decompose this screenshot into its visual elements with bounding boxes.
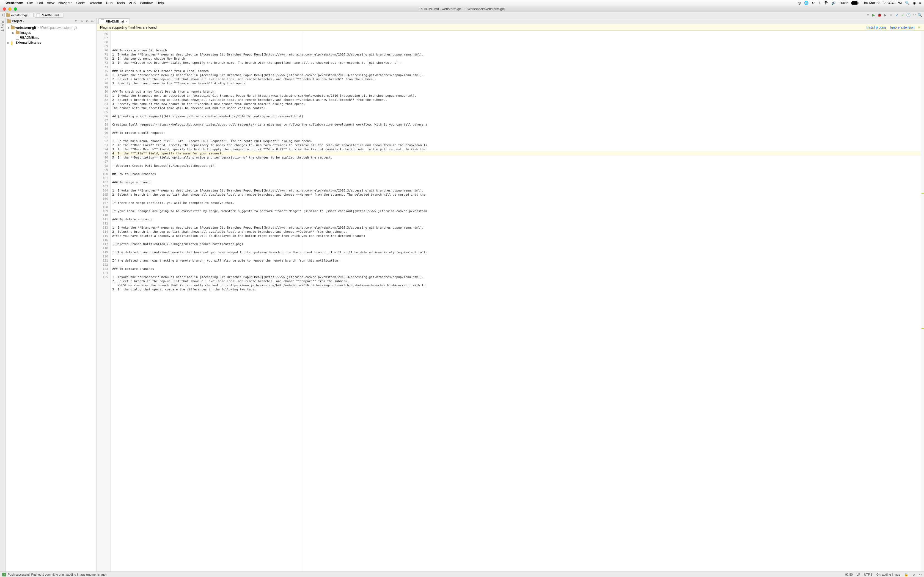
project-title: Project (12, 19, 22, 23)
folder-icon (11, 26, 15, 29)
project-root-node[interactable]: ▼ webstorm-git ~/Workspace/webstorm-git (6, 25, 96, 30)
menu-window[interactable]: Window (140, 1, 153, 5)
window-close-button[interactable] (3, 7, 6, 11)
vcs-revert-button[interactable]: ↶ (912, 13, 917, 18)
svg-rect-3 (858, 2, 859, 3)
error-stripe[interactable] (921, 31, 924, 572)
vcs-commit-button[interactable]: ✓ (900, 13, 905, 18)
wifi-icon[interactable] (824, 2, 828, 5)
battery-icon[interactable] (851, 2, 859, 5)
stop-button[interactable]: ■ (888, 13, 893, 18)
collapse-all-icon[interactable]: ⇲ (79, 19, 84, 23)
tree-file-readme[interactable]: README.md (6, 35, 96, 40)
tray-icon[interactable]: ↻ (812, 1, 815, 5)
run-config-dropdown[interactable]: ▾ (866, 13, 871, 18)
coverage-button[interactable]: ▶ (883, 13, 888, 18)
menu-file[interactable]: File (27, 1, 33, 5)
tree-path: ~/Workspace/webstorm-git (38, 26, 77, 30)
line-separator[interactable]: LF (857, 573, 860, 576)
menu-view[interactable]: View (47, 1, 55, 5)
push-success-icon[interactable]: ↗ (2, 572, 6, 577)
notification-text: Plugins supporting *.md files are found (100, 26, 157, 29)
file-icon (16, 36, 19, 40)
vcs-history-button[interactable]: 🕓 (906, 13, 911, 18)
expand-toggle-icon[interactable]: ▼ (7, 26, 10, 29)
search-everywhere-icon[interactable]: 🔍 (918, 13, 922, 18)
window-minimize-button[interactable] (8, 7, 11, 11)
expand-toggle-icon[interactable]: ▶ (7, 41, 10, 44)
notification-center-icon[interactable]: ≡ (919, 1, 921, 5)
debug-button[interactable]: 🐞 (877, 13, 882, 18)
tab-readme[interactable]: README.md × (99, 18, 130, 24)
menu-refactor[interactable]: Refactor (89, 1, 102, 5)
memory-indicator[interactable]: ▭ (919, 572, 922, 576)
tree-label: README.md (20, 36, 39, 40)
breadcrumb: ▾ webstorm-git 〉 README.md 〉 (2, 13, 64, 18)
volume-icon[interactable]: 🔊 (831, 1, 836, 5)
editor-gutter[interactable]: 6667686970717273747576777879808182838485… (97, 31, 111, 572)
tray-icon[interactable]: 🌐 (804, 1, 809, 5)
install-plugins-link[interactable]: Install plugins (866, 26, 887, 29)
status-message: Push successful: Pushed 1 commit to orig… (8, 573, 107, 576)
tray-icon[interactable]: ◎ (798, 1, 801, 5)
svg-point-0 (825, 4, 826, 5)
menubar-date[interactable]: Thu Mar 23 (862, 1, 880, 5)
folder-icon (7, 19, 11, 23)
file-encoding[interactable]: UTF-8 (864, 573, 872, 576)
window-title: README.md - webstorm-git - [~/Workspace/… (419, 7, 505, 11)
breadcrumb-label: README.md (41, 13, 58, 17)
editor[interactable]: 6667686970717273747576777879808182838485… (97, 31, 924, 572)
external-libraries-node[interactable]: ▶ External Libraries (6, 40, 96, 45)
git-branch-indicator[interactable]: Git: adding-image (876, 573, 900, 576)
project-dropdown-icon[interactable]: ▾ (2, 13, 3, 17)
editor-area: README.md × Plugins supporting *.md file… (97, 18, 924, 572)
menu-edit[interactable]: Edit (37, 1, 43, 5)
breadcrumb-file[interactable]: README.md 〉 (35, 13, 64, 18)
libraries-icon (11, 41, 15, 44)
bluetooth-icon[interactable]: ᚼ (818, 1, 820, 5)
ignore-extension-link[interactable]: Ignore extension (890, 26, 915, 29)
macos-menubar: WebStorm File Edit View Navigate Code Re… (0, 0, 924, 6)
siri-icon[interactable]: ◉ (913, 1, 916, 5)
status-bar: ↗ Push successful: Pushed 1 commit to or… (0, 572, 924, 577)
vcs-update-button[interactable]: ↙ (894, 13, 899, 18)
close-notification-icon[interactable]: ✕ (918, 25, 921, 30)
breadcrumb-project[interactable]: webstorm-git 〉 (5, 13, 34, 17)
spotlight-icon[interactable]: 🔍 (905, 1, 909, 5)
tree-label: External Libraries (15, 41, 41, 45)
breadcrumb-label: webstorm-git (11, 13, 28, 17)
folder-icon (16, 31, 19, 34)
file-icon (37, 13, 40, 17)
menu-code[interactable]: Code (76, 1, 85, 5)
readonly-lock-icon[interactable]: 🔒 (904, 572, 908, 577)
run-button[interactable]: ▶ (871, 13, 876, 18)
project-tree[interactable]: ▼ webstorm-git ~/Workspace/webstorm-git … (5, 24, 97, 46)
app-name[interactable]: WebStorm (5, 1, 23, 5)
svg-rect-2 (852, 2, 857, 4)
caret-position[interactable]: 92:50 (845, 573, 853, 576)
menu-help[interactable]: Help (157, 1, 164, 5)
tree-folder-images[interactable]: ▶ images (6, 30, 96, 35)
settings-gear-icon[interactable]: ⚙ (85, 19, 89, 23)
menubar-time[interactable]: 2:34:48 PM (884, 1, 902, 5)
project-view-combo[interactable]: Project ▾ (7, 19, 24, 23)
hide-tool-window-icon[interactable]: ⇤ (90, 19, 95, 23)
project-tool-button[interactable]: 1: Project (1, 20, 4, 31)
project-tool-header: Project ▾ ⊙ ⇲ ⚙ ⇤ (5, 18, 97, 24)
tree-label: webstorm-git (15, 26, 36, 30)
menu-run[interactable]: Run (106, 1, 113, 5)
editor-content[interactable]: ### To create a new Git branch1. Invoke … (111, 31, 921, 572)
editor-tabs: README.md × (97, 18, 924, 24)
menu-navigate[interactable]: Navigate (58, 1, 72, 5)
window-titlebar: README.md - webstorm-git - [~/Workspace/… (0, 6, 924, 12)
menu-vcs[interactable]: VCS (129, 1, 136, 5)
scroll-from-source-icon[interactable]: ⊙ (74, 19, 78, 23)
expand-toggle-icon[interactable]: ▶ (12, 31, 15, 34)
editor-notification-bar: Plugins supporting *.md files are found … (97, 24, 924, 31)
tree-label: images (20, 31, 31, 35)
menu-tools[interactable]: Tools (116, 1, 124, 5)
window-zoom-button[interactable] (14, 7, 17, 11)
close-tab-icon[interactable]: × (125, 20, 127, 23)
tab-label: README.md (106, 20, 124, 23)
hector-icon[interactable]: ☺ (912, 573, 915, 576)
